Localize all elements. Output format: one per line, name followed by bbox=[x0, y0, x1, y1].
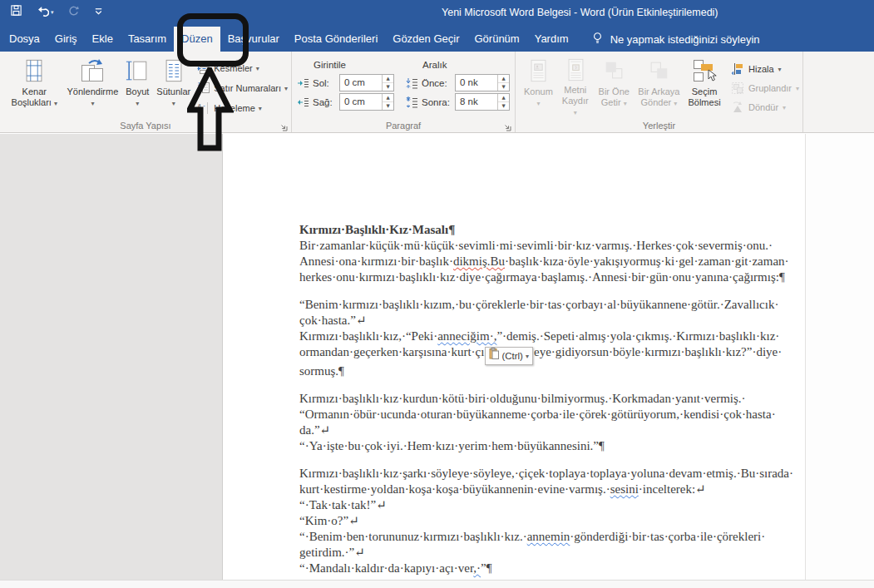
spinner-buttons[interactable]: ▲▼ bbox=[382, 75, 393, 91]
se-im-b-lmesi-button[interactable]: Seçim Bölmesi bbox=[685, 55, 723, 119]
dropdown-caret-icon: ▾ bbox=[172, 100, 175, 107]
group-icon bbox=[731, 82, 744, 95]
tell-me-label: Ne yapmak istediğinizi söyleyin bbox=[610, 33, 760, 46]
dropdown-caret-icon: ▾ bbox=[136, 100, 139, 107]
text-run: ·​incelterek:↵ bbox=[639, 482, 706, 496]
spin-down-icon[interactable]: ▼ bbox=[383, 102, 393, 110]
save-button[interactable] bbox=[10, 4, 22, 20]
tab-posta-g-nderileri[interactable]: Posta Gönderileri bbox=[287, 27, 385, 52]
spin-up-icon[interactable]: ▲ bbox=[498, 75, 509, 83]
spin-down-icon[interactable]: ▼ bbox=[498, 102, 509, 110]
spin-up-icon[interactable]: ▲ bbox=[498, 94, 509, 102]
nce-input[interactable]: 0 nk▲▼ bbox=[455, 74, 510, 91]
paragraph: Kırmızı·​başlıklı·​kız·​şarkı·​söyleye·​… bbox=[299, 466, 798, 576]
text-run: ”¶ bbox=[481, 561, 491, 575]
sol-input[interactable]: 0 cm▲▼ bbox=[339, 74, 394, 91]
paragraph-dialog-launcher-icon[interactable] bbox=[503, 121, 512, 130]
redo-button[interactable] bbox=[67, 4, 80, 20]
tab-tasar-m[interactable]: Tasarım bbox=[121, 27, 174, 52]
tab-g-r-n-m[interactable]: Görünüm bbox=[467, 27, 526, 52]
spinner-buttons[interactable]: ▲▼ bbox=[497, 94, 509, 110]
text-run: “Benim·​kırmızı·​başlıklı·​kızım,·​bu·​ç… bbox=[299, 298, 778, 327]
spelling-error-text: dikmiş.Bu bbox=[453, 254, 505, 268]
grammar-error-text: anneciğim·​, bbox=[437, 329, 496, 343]
button-label: Bir Arkaya Gönder ▾ bbox=[637, 86, 681, 109]
tell-me-search[interactable]: Ne yapmak istediğinizi söyleyin bbox=[591, 27, 760, 52]
dropdown-caret-icon: ▾ bbox=[526, 348, 529, 364]
ribbon-group-page-setup: Kenar Boşlukları ▾Yönlendirme ▾Boyut ▾Sü… bbox=[0, 52, 292, 132]
word-window: ▾ Yeni Microsoft Word Belgesi - Word (Ür… bbox=[0, 0, 874, 588]
page-setup-dialog-launcher-icon[interactable] bbox=[279, 121, 289, 130]
button-label: Seçim Bölmesi bbox=[688, 86, 721, 108]
sonra-input[interactable]: 8 nk▲▼ bbox=[455, 93, 510, 111]
text-run: “·​Ya·​işte·​bu·​çok·​iyi.·​Hem·​kızı·​y… bbox=[299, 439, 605, 452]
metni-kayd-r-button: Metni Kaydır ▾ bbox=[557, 55, 594, 119]
dropdown-caret-icon: ▾ bbox=[624, 100, 627, 107]
dropdown-caret-icon: ▾ bbox=[783, 104, 786, 111]
group-label: Paragraf bbox=[292, 121, 515, 131]
field-label: Önce: bbox=[422, 78, 452, 88]
dropdown-caret-icon: ▾ bbox=[259, 105, 262, 112]
document-canvas: Kırmızı·Başlıklı·Kız·Masalı¶ Bir·​zamanl… bbox=[0, 134, 874, 581]
button-label: Konum ▾ bbox=[524, 86, 553, 109]
canvas-right-margin bbox=[806, 134, 874, 581]
button-label: Kenar Boşlukları ▾ bbox=[8, 86, 61, 109]
indent-header: Girintile bbox=[314, 60, 394, 70]
document-text[interactable]: Kırmızı·Başlıklı·Kız·Masalı¶ Bir·​zamanl… bbox=[299, 222, 798, 581]
spacing-before-icon bbox=[406, 77, 418, 89]
dropdown-caret-icon: ▾ bbox=[574, 109, 577, 116]
spinner-buttons[interactable]: ▲▼ bbox=[497, 75, 509, 91]
spin-down-icon[interactable]: ▼ bbox=[383, 83, 393, 91]
undo-button[interactable]: ▾ bbox=[36, 5, 54, 20]
orientation-icon bbox=[79, 57, 106, 85]
ribbon: Kenar Boşlukları ▾Yönlendirme ▾Boyut ▾Sü… bbox=[0, 52, 874, 133]
tab-g-zden-ge-ir[interactable]: Gözden Geçir bbox=[385, 27, 467, 52]
tab-yard-m[interactable]: Yardım bbox=[527, 27, 576, 52]
spin-up-icon[interactable]: ▲ bbox=[383, 75, 393, 83]
konum-button: Konum ▾ bbox=[521, 55, 556, 119]
ribbon-group-paragraph: GirintileSol:0 cm▲▼Sağ:0 cm▲▼AralıkÖnce:… bbox=[292, 52, 516, 132]
field-value: 0 cm bbox=[340, 94, 382, 110]
align-icon bbox=[731, 62, 744, 76]
send-backward-icon bbox=[646, 57, 671, 85]
field-label: Sağ: bbox=[313, 97, 336, 107]
bir-ne-getir-button: Bir Öne Getir ▾ bbox=[595, 55, 633, 119]
sa-input[interactable]: 0 cm▲▼ bbox=[339, 93, 394, 111]
redo-icon bbox=[67, 4, 80, 20]
text-run: Kırmızı·​başlıklı·​kız·​kurdun·​kötü·​bi… bbox=[299, 392, 776, 437]
dropdown-caret-icon: ▾ bbox=[54, 100, 57, 107]
text-run: “·​Tak·​tak·​tak!”↵ bbox=[299, 498, 387, 511]
indent-right-icon bbox=[297, 96, 309, 108]
field-value: 0 nk bbox=[456, 75, 497, 91]
spinner-buttons[interactable]: ▲▼ bbox=[382, 94, 393, 110]
spacing-column: AralıkÖnce:0 nk▲▼Sonra:8 nk▲▼ bbox=[406, 55, 510, 119]
spin-up-icon[interactable]: ▲ bbox=[383, 94, 393, 102]
size-icon bbox=[125, 57, 150, 85]
paragraph: Kırmızı·​başlıklı·​kız·​kurdun·​kötü·​bi… bbox=[299, 391, 798, 454]
bottom-strip bbox=[0, 580, 874, 588]
tab-giri[interactable]: Giriş bbox=[47, 27, 85, 52]
margins-icon bbox=[22, 57, 47, 85]
undo-icon bbox=[36, 5, 49, 20]
paste-options-button[interactable]: (Ctrl)▾ bbox=[485, 347, 533, 365]
title-bar: ▾ Yeni Microsoft Word Belgesi - Word (Ür… bbox=[0, 0, 874, 27]
y-nlendirme-button[interactable]: Yönlendirme ▾ bbox=[65, 55, 121, 119]
tab-ekle[interactable]: Ekle bbox=[85, 27, 121, 52]
field-label: Sonra: bbox=[422, 97, 452, 107]
boyut-button[interactable]: Boyut ▾ bbox=[122, 55, 152, 119]
kenar-bo-luklar-button[interactable]: Kenar Boşlukları ▾ bbox=[6, 55, 63, 119]
tab-dosya[interactable]: Dosya bbox=[2, 27, 47, 52]
group-label: Yerleştir bbox=[516, 121, 802, 131]
text-run: “·​Benim·​ben·​torununuz·​kırmızı·​başlı… bbox=[299, 530, 527, 543]
text-run: Kırmızı·​başlıklı·​kız,·​“Peki·​ bbox=[299, 329, 437, 343]
field-label: Sol: bbox=[313, 78, 336, 88]
button-label: Gruplandır bbox=[748, 83, 792, 93]
document-page[interactable]: Kırmızı·Başlıklı·Kız·Masalı¶ Bir·​zamanl… bbox=[223, 134, 805, 581]
paragraph: Bir·​zamanlar·​küçük·​mü·​küçük·​sevimli… bbox=[299, 238, 798, 285]
quick-access-toolbar: ▾ bbox=[10, 4, 104, 20]
button-label: Hizala bbox=[748, 64, 774, 74]
customize-button[interactable] bbox=[93, 5, 104, 20]
button-label: Sütunlar ▾ bbox=[156, 86, 190, 109]
spin-down-icon[interactable]: ▼ bbox=[498, 83, 509, 91]
hizala-button[interactable]: Hizala▾ bbox=[731, 62, 799, 77]
